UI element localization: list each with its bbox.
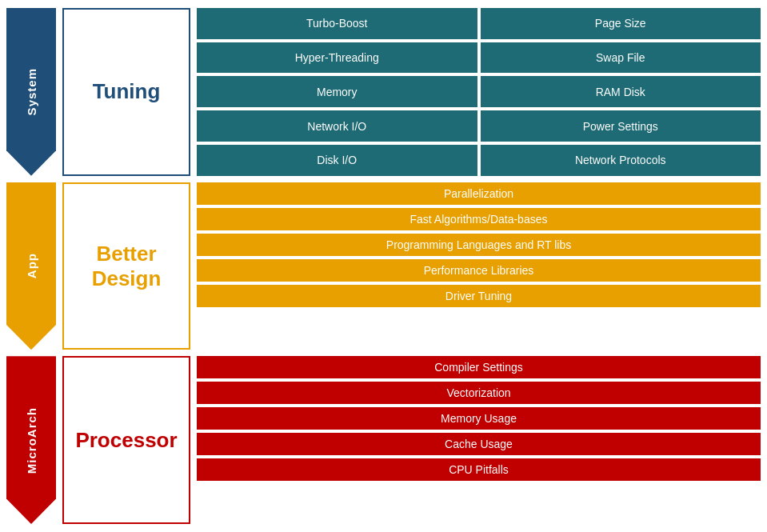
list-item: Memory Usage (197, 407, 761, 430)
betterdesign-title: Better Design (62, 182, 190, 350)
microarch-row: MicroArch Processor Compiler Settings Ve… (6, 356, 761, 524)
list-item: Driver Tuning (197, 285, 761, 307)
list-item: Performance Libraries (197, 259, 761, 282)
list-item: Parallelization (197, 182, 761, 205)
microarch-banner: MicroArch (6, 356, 56, 524)
list-item: RAM Disk (481, 76, 761, 107)
tuning-title: Tuning (62, 8, 190, 176)
list-item: Turbo-Boost (197, 8, 477, 39)
list-item: Page Size (481, 8, 761, 39)
list-item: Network I/O (197, 110, 477, 142)
list-item: Swap File (481, 42, 761, 74)
list-item: Power Settings (481, 110, 761, 142)
app-banner: App (6, 182, 56, 350)
microarch-grid: Compiler Settings Vectorization Memory U… (197, 356, 761, 524)
list-item: Hyper-Threading (197, 42, 477, 74)
list-item: Fast Algorithms/Data-bases (197, 208, 761, 230)
system-banner: System (6, 8, 56, 176)
microarch-banner-inner: MicroArch (6, 356, 56, 524)
app-content: Parallelization Fast Algorithms/Data-bas… (197, 182, 761, 350)
app-grid: Parallelization Fast Algorithms/Data-bas… (197, 182, 761, 350)
system-row: System Tuning Turbo-Boost Page Size Hype… (6, 8, 761, 176)
list-item: Network Protocols (481, 145, 761, 176)
list-item: Compiler Settings (197, 356, 761, 378)
list-item: Programming Languages and RT libs (197, 234, 761, 256)
list-item: Disk I/O (197, 145, 477, 176)
system-grid: Turbo-Boost Page Size Hyper-Threading Sw… (197, 8, 761, 176)
system-banner-inner: System (6, 8, 56, 176)
app-banner-label: App (25, 253, 38, 278)
microarch-content: Compiler Settings Vectorization Memory U… (197, 356, 761, 524)
list-item: Vectorization (197, 382, 761, 404)
app-banner-inner: App (6, 182, 56, 350)
microarch-banner-label: MicroArch (25, 407, 38, 474)
list-item: Memory (197, 76, 477, 107)
system-banner-label: System (25, 68, 38, 115)
main-container: System Tuning Turbo-Boost Page Size Hype… (0, 0, 767, 532)
system-content: Turbo-Boost Page Size Hyper-Threading Sw… (197, 8, 761, 176)
list-item: Cache Usage (197, 433, 761, 455)
app-row: App Better Design Parallelization Fast A… (6, 182, 761, 350)
list-item: CPU Pitfalls (197, 458, 761, 481)
processor-title: Processor (62, 356, 190, 524)
